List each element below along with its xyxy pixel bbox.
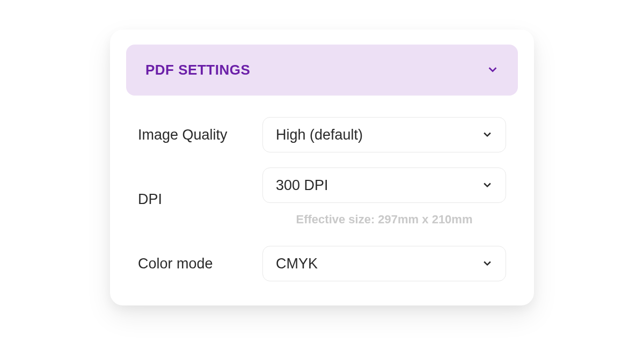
color-mode-value: CMYK	[276, 256, 318, 272]
field-row-dpi: DPI 300 DPI Effective size: 297mm x 210m…	[138, 167, 506, 231]
chevron-down-icon	[487, 63, 499, 77]
field-row-color-mode: Color mode CMYK	[138, 246, 506, 281]
color-mode-label: Color mode	[138, 256, 262, 272]
color-mode-select[interactable]: CMYK	[262, 246, 506, 281]
image-quality-select[interactable]: High (default)	[262, 117, 506, 152]
chevron-down-icon	[482, 256, 493, 272]
dpi-select[interactable]: 300 DPI	[262, 167, 506, 203]
dpi-value: 300 DPI	[276, 177, 328, 194]
dpi-helper-text: Effective size: 297mm x 210mm	[262, 213, 506, 227]
fields-container: Image Quality High (default) DPI 300 DPI	[126, 96, 518, 281]
image-quality-value: High (default)	[276, 127, 363, 143]
dpi-label: DPI	[138, 191, 262, 208]
chevron-down-icon	[482, 127, 493, 143]
field-row-image-quality: Image Quality High (default)	[138, 117, 506, 152]
chevron-down-icon	[482, 177, 493, 194]
section-header-pdf-settings[interactable]: PDF SETTINGS	[126, 45, 518, 96]
section-title: PDF SETTINGS	[145, 62, 250, 78]
image-quality-label: Image Quality	[138, 127, 262, 143]
pdf-settings-card: PDF SETTINGS Image Quality High (default…	[110, 30, 534, 305]
